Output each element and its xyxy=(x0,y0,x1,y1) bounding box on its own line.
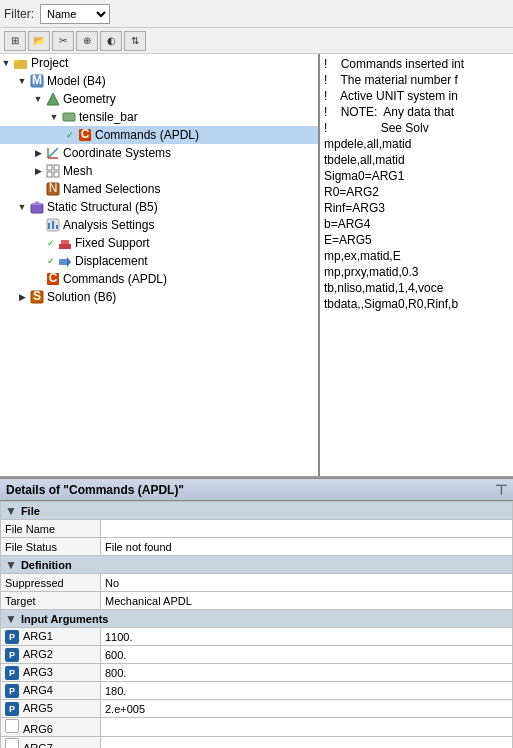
expander-ns xyxy=(32,183,44,195)
expander-struct[interactable]: ▼ xyxy=(16,201,28,213)
check-icon-fixed: ✓ xyxy=(45,238,57,248)
svg-rect-12 xyxy=(54,165,59,170)
model-icon: M xyxy=(29,74,45,88)
svg-text:C: C xyxy=(81,128,90,141)
arg-badge-2: P xyxy=(5,648,19,662)
prop-suppressed: Suppressed No xyxy=(1,574,513,592)
prop-arg2: PARG2 600. xyxy=(1,646,513,664)
prop-val-arg2[interactable]: 600. xyxy=(101,646,513,664)
tree-item-geometry[interactable]: ▼ Geometry xyxy=(0,90,318,108)
prop-val-filestatus: File not found xyxy=(101,538,513,556)
prop-arg6: ARG6 xyxy=(1,718,513,737)
tree-item-tensile-bar[interactable]: ▼ tensile_bar xyxy=(0,108,318,126)
expander-coord[interactable]: ▶ xyxy=(32,147,44,159)
static-struct-icon xyxy=(29,200,45,214)
svg-rect-5 xyxy=(63,113,75,121)
cut-icon[interactable]: ✂ xyxy=(52,31,74,51)
prop-label-arg3: PARG3 xyxy=(1,664,101,682)
pin-icon[interactable]: ⊤ xyxy=(495,482,507,498)
expander-project[interactable]: ▼ xyxy=(0,57,12,69)
tree-label-analysis: Analysis Settings xyxy=(63,218,154,232)
tree-item-mesh[interactable]: ▶ Mesh xyxy=(0,162,318,180)
tree-item-static-struct[interactable]: ▼ Static Structural (B5) xyxy=(0,198,318,216)
prop-val-arg3[interactable]: 800. xyxy=(101,664,513,682)
prop-arg5: PARG5 2.e+005 xyxy=(1,700,513,718)
code-line-6: ! See Solv xyxy=(324,120,509,136)
section-collapse-icon[interactable]: ▼ xyxy=(5,504,17,518)
tree-label-cmd1: Commands (APDL) xyxy=(95,128,199,142)
details-scroll[interactable]: ▼File File Name File Status File not fou… xyxy=(0,501,513,748)
tree-item-project[interactable]: ▼ Project xyxy=(0,54,318,72)
expander-geometry[interactable]: ▼ xyxy=(32,93,44,105)
expander-tensile[interactable]: ▼ xyxy=(48,111,60,123)
expander-analysis xyxy=(32,219,44,231)
filter-label: Filter: xyxy=(4,7,34,21)
code-line-15: E=ARG5 xyxy=(324,232,509,248)
tree-item-commands-apdl-2[interactable]: C Commands (APDL) xyxy=(0,270,318,288)
prop-file-name: File Name xyxy=(1,520,513,538)
prop-file-status: File Status File not found xyxy=(1,538,513,556)
prop-val-arg6[interactable] xyxy=(101,718,513,737)
tree-label-cmd2: Commands (APDL) xyxy=(63,272,167,286)
details-title: Details of "Commands (APDL)" xyxy=(6,483,184,497)
filter-select[interactable]: Name xyxy=(40,4,110,24)
section-args-label: ▼Input Arguments xyxy=(1,610,513,628)
tree-label-fixed: Fixed Support xyxy=(75,236,150,250)
prop-label-arg2: PARG2 xyxy=(1,646,101,664)
svg-rect-17 xyxy=(31,204,43,213)
tree-item-commands-apdl-1[interactable]: ✓ C Commands (APDL) xyxy=(0,126,318,144)
tree-item-analysis[interactable]: Analysis Settings xyxy=(0,216,318,234)
displacement-icon xyxy=(57,254,73,268)
expander-model[interactable]: ▼ xyxy=(16,75,28,87)
tree-item-coord[interactable]: ▶ Coordinate Systems xyxy=(0,144,318,162)
svg-marker-18 xyxy=(31,201,43,205)
prop-val-target[interactable]: Mechanical APDL xyxy=(101,592,513,610)
icon-toolbar: ⊞ 📂 ✂ ⊕ ◐ ⇅ xyxy=(0,28,513,54)
tree-label-solution: Solution (B6) xyxy=(47,290,116,304)
arg-no-badge-6 xyxy=(5,719,19,733)
add-icon[interactable]: ⊕ xyxy=(76,31,98,51)
section-def-collapse-icon[interactable]: ▼ xyxy=(5,558,17,572)
prop-arg3: PARG3 800. xyxy=(1,664,513,682)
tree-label-named-sel: Named Selections xyxy=(63,182,160,196)
prop-label-arg4: PARG4 xyxy=(1,682,101,700)
code-line-4: ! Active UNIT system in xyxy=(324,88,509,104)
prop-val-arg7[interactable] xyxy=(101,737,513,749)
expander-mesh[interactable]: ▶ xyxy=(32,165,44,177)
tree-label-project: Project xyxy=(31,56,68,70)
commands-icon-2: C xyxy=(45,272,61,286)
tree-item-fixed-support[interactable]: ✓ Fixed Support xyxy=(0,234,318,252)
expander-solution[interactable]: ▶ xyxy=(16,291,28,303)
code-line-14: b=ARG4 xyxy=(324,216,509,232)
open-icon[interactable]: 📂 xyxy=(28,31,50,51)
tree-item-solution[interactable]: ▶ S Solution (B6) xyxy=(0,288,318,306)
code-line-21: tbdata,,Sigma0,R0,Rinf,b xyxy=(324,296,509,312)
svg-rect-27 xyxy=(61,240,69,244)
new-icon[interactable]: ⊞ xyxy=(4,31,26,51)
tree-item-model[interactable]: ▼ M Model (B4) xyxy=(0,72,318,90)
code-line-8: mpdele,all,matid xyxy=(324,136,509,152)
tree-label-tensile: tensile_bar xyxy=(79,110,138,124)
prop-arg1: PARG1 1100. xyxy=(1,628,513,646)
details-header: Details of "Commands (APDL)" ⊤ xyxy=(0,479,513,501)
fixed-support-icon xyxy=(57,236,73,250)
part-icon xyxy=(61,110,77,124)
tree-item-displacement[interactable]: ✓ Displacement xyxy=(0,252,318,270)
expander-fixed xyxy=(32,237,44,249)
code-line-13: Rinf=ARG3 xyxy=(324,200,509,216)
details-panel: Details of "Commands (APDL)" ⊤ ▼File Fil… xyxy=(0,478,513,748)
geometry-icon xyxy=(45,92,61,106)
prop-val-filename[interactable] xyxy=(101,520,513,538)
prop-val-suppressed[interactable]: No xyxy=(101,574,513,592)
prop-val-arg4[interactable]: 180. xyxy=(101,682,513,700)
section-args-collapse-icon[interactable]: ▼ xyxy=(5,612,17,626)
prop-label-arg6: ARG6 xyxy=(1,718,101,737)
prop-val-arg1[interactable]: 1100. xyxy=(101,628,513,646)
sort-icon[interactable]: ⇅ xyxy=(124,31,146,51)
section-file: ▼File xyxy=(1,502,513,520)
tree-panel: ▼ Project ▼ M Model (B4) ▼ Geometry xyxy=(0,54,320,476)
refresh-icon[interactable]: ◐ xyxy=(100,31,122,51)
code-line-18: mp,prxy,matid,0.3 xyxy=(324,264,509,280)
prop-val-arg5[interactable]: 2.e+005 xyxy=(101,700,513,718)
tree-item-named-selections[interactable]: N Named Selections xyxy=(0,180,318,198)
